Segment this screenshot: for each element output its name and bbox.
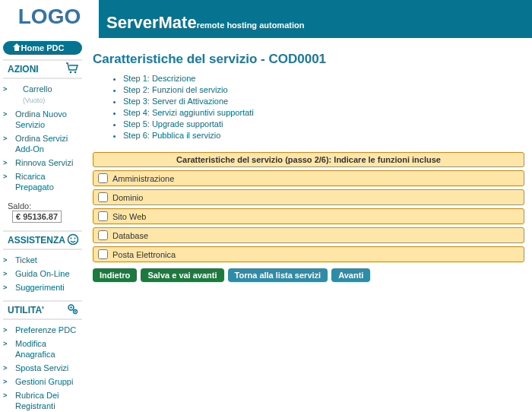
function-checkbox[interactable] bbox=[98, 230, 108, 240]
product-name: ServerMate bbox=[106, 13, 197, 32]
function-checkbox[interactable] bbox=[98, 173, 108, 183]
function-checkbox[interactable] bbox=[98, 211, 108, 221]
menu-item-anagrafica[interactable]: Modifica Anagrafica bbox=[3, 337, 82, 361]
cart-icon bbox=[65, 62, 79, 78]
function-row-amministrazione[interactable]: Amministrazione bbox=[93, 170, 524, 186]
button-bar: Indietro Salva e vai avanti Torna alla l… bbox=[93, 268, 524, 282]
menu-assistenza: Ticket Guida On-Line Suggerimenti bbox=[3, 253, 82, 294]
function-row-sitoweb[interactable]: Sito Web bbox=[93, 208, 524, 224]
menu-item-ricarica[interactable]: Ricarica Prepagato bbox=[3, 170, 82, 194]
menu-utilita: Preferenze PDC Modifica Anagrafica Spost… bbox=[3, 323, 82, 412]
menu-item-guida[interactable]: Guida On-Line bbox=[3, 267, 82, 280]
next-button[interactable]: Avanti bbox=[331, 268, 370, 282]
sidebar: Home PDC AZIONI Carrello (Vuoto) Ordina … bbox=[0, 38, 85, 412]
menu-item-ordina-nuovo[interactable]: Ordina Nuovo Servizio bbox=[3, 107, 82, 132]
home-button-label: Home PDC bbox=[21, 43, 65, 52]
section-azioni-title: AZIONI bbox=[8, 64, 39, 74]
function-checkbox[interactable] bbox=[98, 249, 108, 259]
section-assistenza-header: ASSISTENZA bbox=[3, 230, 82, 250]
cart-empty-suffix: (Vuoto) bbox=[15, 95, 45, 106]
to-list-button[interactable]: Torna alla lista servizi bbox=[228, 268, 328, 282]
function-row-dominio[interactable]: Dominio bbox=[93, 189, 524, 205]
menu-item-preferenze[interactable]: Preferenze PDC bbox=[3, 323, 82, 337]
menu-item-rinnova[interactable]: Rinnova Servizi bbox=[3, 156, 82, 170]
section-utilita-header: UTILITA' bbox=[3, 300, 82, 320]
home-button[interactable]: Home PDC bbox=[3, 41, 82, 55]
step-item[interactable]: Step 1: Descrizione bbox=[123, 73, 524, 84]
svg-point-4 bbox=[74, 238, 76, 239]
menu-azioni: Carrello (Vuoto) Ordina Nuovo Servizio O… bbox=[3, 82, 82, 194]
svg-point-1 bbox=[74, 71, 77, 74]
product-tagline: remote hosting automation bbox=[197, 21, 305, 30]
main-content: Caratteristiche del servizio - COD0001 S… bbox=[85, 38, 532, 412]
step-item[interactable]: Step 3: Server di Attivazione bbox=[123, 96, 524, 107]
menu-item-gruppi[interactable]: Gestioni Gruppi bbox=[3, 375, 82, 388]
saldo-label: Saldo: bbox=[8, 201, 31, 211]
step-list: Step 1: Descrizione Step 2: Funzioni del… bbox=[123, 73, 524, 141]
step-item[interactable]: Step 2: Funzioni del servizio bbox=[123, 84, 524, 96]
function-row-database[interactable]: Database bbox=[93, 227, 524, 243]
menu-item-ordina-addon[interactable]: Ordina Servizi Add-On bbox=[3, 132, 82, 156]
section-utilita-title: UTILITA' bbox=[8, 305, 44, 315]
panel-title: Caratteristiche del servizio (passo 2/6)… bbox=[93, 152, 524, 167]
section-assistenza-title: ASSISTENZA bbox=[8, 235, 65, 246]
svg-point-0 bbox=[70, 71, 72, 74]
function-label: Dominio bbox=[112, 193, 143, 202]
svg-point-3 bbox=[71, 238, 72, 239]
menu-item-suggerimenti[interactable]: Suggerimenti bbox=[3, 280, 82, 294]
gear-icon bbox=[67, 303, 79, 319]
menu-item-ticket[interactable]: Ticket bbox=[3, 253, 82, 267]
section-azioni-header: AZIONI bbox=[3, 59, 82, 79]
svg-point-6 bbox=[70, 306, 71, 308]
saldo-value: € 95136.87 bbox=[12, 211, 62, 223]
save-next-button[interactable]: Salva e vai avanti bbox=[141, 268, 223, 282]
function-label: Database bbox=[112, 231, 148, 240]
step-item[interactable]: Step 4: Servizi aggiuntivi supportati bbox=[123, 107, 524, 119]
saldo-row: Saldo: € 95136.87 bbox=[3, 200, 82, 224]
function-label: Posta Elettronica bbox=[112, 250, 176, 259]
menu-item-carrello[interactable]: Carrello (Vuoto) bbox=[3, 82, 82, 107]
logo: LOGO bbox=[0, 0, 99, 38]
svg-point-2 bbox=[68, 235, 78, 245]
home-icon bbox=[12, 43, 21, 52]
header: LOGO ServerMateremote hosting automation bbox=[0, 0, 532, 38]
svg-point-8 bbox=[74, 311, 76, 312]
menu-item-rubrica[interactable]: Rubrica Dei Registranti bbox=[3, 388, 82, 412]
step-item[interactable]: Step 6: Pubblica il servizio bbox=[123, 130, 524, 141]
function-row-posta[interactable]: Posta Elettronica bbox=[93, 246, 524, 262]
step-item[interactable]: Step 5: Upgrade supportati bbox=[123, 119, 524, 130]
function-label: Sito Web bbox=[112, 212, 146, 221]
function-label: Amministrazione bbox=[112, 174, 174, 183]
page-title: Caratteristiche del servizio - COD0001 bbox=[93, 52, 524, 67]
back-button[interactable]: Indietro bbox=[93, 268, 137, 282]
function-checkbox[interactable] bbox=[98, 192, 108, 202]
help-icon bbox=[67, 233, 79, 249]
menu-item-sposta[interactable]: Sposta Servizi bbox=[3, 361, 82, 375]
banner: ServerMateremote hosting automation bbox=[99, 0, 532, 38]
